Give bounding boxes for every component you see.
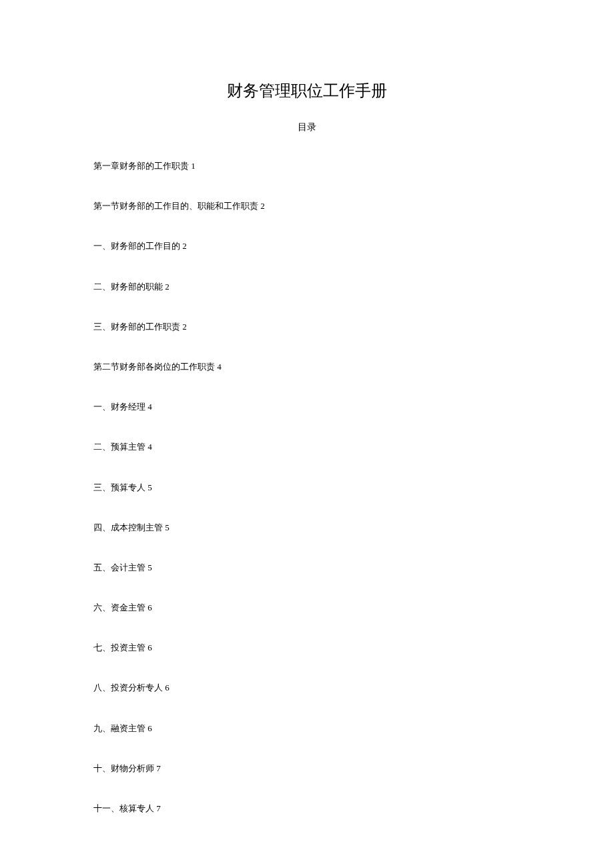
toc-label: 目录 bbox=[93, 121, 521, 133]
toc-entry: 五、会计主管 5 bbox=[93, 562, 521, 574]
toc-entry: 三、财务部的工作职责 2 bbox=[93, 321, 521, 333]
toc-entry: 第一节财务部的工作目的、职能和工作职责 2 bbox=[93, 200, 521, 212]
document-page: 财务管理职位工作手册 目录 第一章财务部的工作职贵 1 第一节财务部的工作目的、… bbox=[0, 0, 614, 868]
document-title: 财务管理职位工作手册 bbox=[93, 80, 521, 101]
toc-entry: 一、财务部的工作目的 2 bbox=[93, 240, 521, 252]
toc-entry: 九、融资主管 6 bbox=[93, 723, 521, 735]
toc-entry: 八、投资分析专人 6 bbox=[93, 682, 521, 694]
toc-entry: 第二节财务部各岗位的工作职责 4 bbox=[93, 361, 521, 373]
toc-entry: 第一章财务部的工作职贵 1 bbox=[93, 160, 521, 172]
toc-entry: 一、财务经理 4 bbox=[93, 401, 521, 413]
toc-entry: 四、成本控制主管 5 bbox=[93, 522, 521, 534]
toc-entry: 二、预算主管 4 bbox=[93, 441, 521, 453]
toc-entry: 十、财物分析师 7 bbox=[93, 763, 521, 775]
toc-entry: 七、投资主管 6 bbox=[93, 642, 521, 654]
toc-entry: 六、资金主管 6 bbox=[93, 602, 521, 614]
toc-entry: 二、财务部的职能 2 bbox=[93, 281, 521, 293]
toc-entry: 十一、核算专人 7 bbox=[93, 803, 521, 815]
toc-entry: 三、预算专人 5 bbox=[93, 482, 521, 494]
